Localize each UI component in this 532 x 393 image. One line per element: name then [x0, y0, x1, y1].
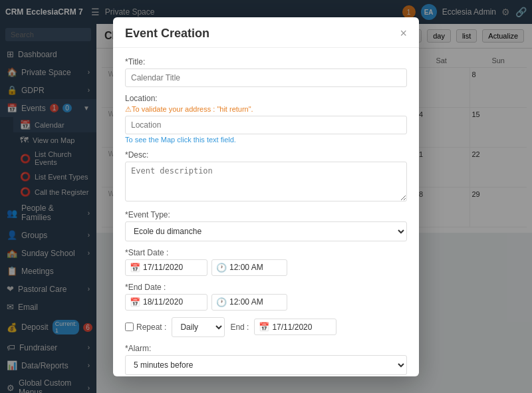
clock-icon: 🕐 — [216, 263, 227, 273]
event-type-select[interactable]: Ecole du dimanche — [125, 221, 407, 241]
start-date-label: *Start Date : — [125, 248, 407, 257]
modal-body: *Title: Location: ⚠To validate your addr… — [113, 48, 419, 376]
end-time-input[interactable] — [229, 297, 283, 307]
calendar-icon: 📅 — [130, 263, 140, 273]
alarm-row: *Alarm: 5 minutes before — [125, 344, 407, 375]
modal-overlay: Event Creation × *Title: Location: ⚠To v… — [0, 0, 532, 393]
start-date-inputs: 📅 🕐 — [125, 259, 407, 276]
start-time-input[interactable] — [229, 263, 283, 272]
end-date-row: *End Date : 📅 🕐 — [125, 283, 407, 311]
end-date-input[interactable] — [143, 297, 203, 307]
location-input[interactable] — [125, 116, 407, 134]
repeat-end-date[interactable]: 📅 — [254, 319, 336, 335]
repeat-checkbox[interactable] — [125, 323, 134, 331]
start-time-picker[interactable]: 🕐 — [211, 259, 287, 276]
location-label: Location: — [125, 94, 407, 103]
event-type-label: *Event Type: — [125, 210, 407, 219]
repeat-controls: Repeat : Daily End : 📅 — [125, 317, 407, 337]
end-label: End : — [230, 323, 249, 332]
event-type-row: *Event Type: Ecole du dimanche — [125, 210, 407, 241]
alarm-select[interactable]: 5 minutes before — [125, 355, 407, 375]
start-date-picker[interactable]: 📅 — [125, 259, 207, 276]
location-row: Location: ⚠To validate your address : "h… — [125, 94, 407, 144]
start-date-input[interactable] — [143, 263, 203, 272]
clock-icon: 🕐 — [216, 297, 227, 307]
end-date-label: *End Date : — [125, 283, 407, 292]
calendar-icon: 📅 — [259, 322, 269, 332]
location-warning: ⚠To validate your address : "hit return"… — [125, 105, 407, 114]
repeat-select[interactable]: Daily — [172, 317, 225, 337]
location-info: To see the Map click this text field. — [125, 136, 407, 144]
title-row: *Title: — [125, 57, 407, 87]
end-time-picker[interactable]: 🕐 — [211, 294, 287, 311]
title-input[interactable] — [125, 68, 407, 87]
event-creation-modal: Event Creation × *Title: Location: ⚠To v… — [113, 17, 419, 376]
desc-label: *Desc: — [125, 150, 407, 160]
end-date-inputs: 📅 🕐 — [125, 294, 407, 311]
repeat-checkbox-label: Repeat : — [125, 323, 166, 332]
title-label: *Title: — [125, 57, 407, 66]
alarm-label: *Alarm: — [125, 344, 407, 353]
modal-title: Event Creation — [125, 27, 209, 41]
start-date-row: *Start Date : 📅 🕐 — [125, 248, 407, 276]
end-date-picker[interactable]: 📅 — [125, 294, 207, 311]
modal-close-button[interactable]: × — [400, 27, 407, 41]
repeat-row: Repeat : Daily End : 📅 — [125, 317, 407, 337]
repeat-end-date-input[interactable] — [272, 323, 332, 332]
desc-textarea[interactable] — [125, 162, 407, 201]
calendar-icon: 📅 — [130, 297, 140, 307]
modal-header: Event Creation × — [113, 17, 419, 48]
desc-row: *Desc: — [125, 150, 407, 203]
